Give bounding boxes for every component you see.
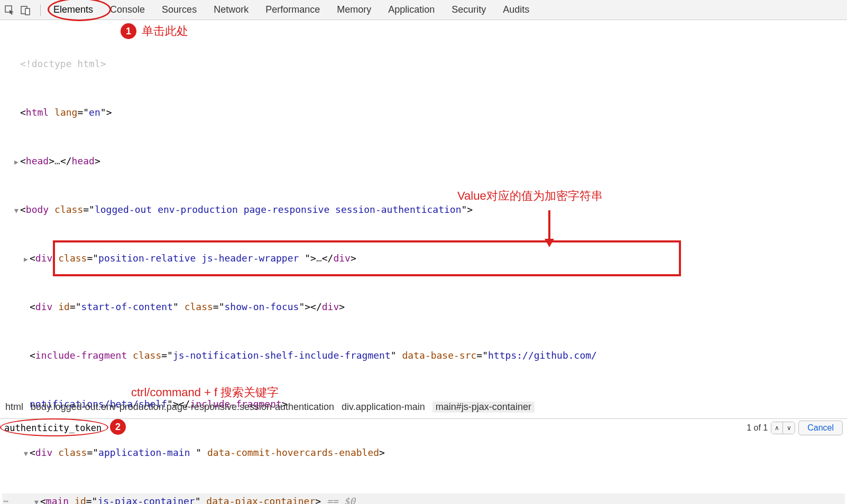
breadcrumb-item-selected[interactable]: main#js-pjax-container: [432, 402, 535, 413]
search-updown: ∧ ∨: [771, 422, 795, 434]
dom-include-fragment[interactable]: <include-fragment class="js-notification…: [2, 348, 845, 365]
search-cancel-button[interactable]: Cancel: [798, 421, 843, 435]
search-prev-button[interactable]: ∧: [771, 422, 783, 434]
dom-doctype[interactable]: <!doctype html>: [2, 56, 845, 73]
inspect-icon[interactable]: [4, 5, 15, 15]
divider: [40, 4, 41, 16]
search-next-button[interactable]: ∨: [783, 422, 795, 434]
tab-performance[interactable]: Performance: [257, 1, 328, 18]
annotation-text-1: 单击此处: [142, 23, 188, 39]
dom-head[interactable]: <head>…</head>: [2, 153, 845, 170]
dom-body[interactable]: <body class="logged-out env-production p…: [2, 202, 845, 219]
search-bar: 1 of 1 ∧ ∨ Cancel: [0, 418, 847, 436]
dom-application-main[interactable]: <div class="application-main " data-comm…: [2, 445, 845, 462]
search-count: 1 of 1: [747, 423, 768, 433]
tab-memory[interactable]: Memory: [328, 1, 380, 18]
tab-sources[interactable]: Sources: [153, 1, 205, 18]
devtools-toolbar: Elements Console Sources Network Perform…: [0, 0, 847, 20]
dom-header-wrapper[interactable]: <div class="position-relative js-header-…: [2, 250, 845, 267]
annotation-search-text: ctrl/command + f 搜索关键字: [131, 385, 279, 400]
breadcrumb-item[interactable]: body.logged-out.env-production.page-resp…: [31, 402, 334, 413]
tab-elements[interactable]: Elements: [45, 1, 102, 18]
tab-security[interactable]: Security: [443, 1, 494, 18]
tab-console[interactable]: Console: [102, 1, 153, 18]
dom-start-of-content[interactable]: <div id="start-of-content" class="show-o…: [2, 299, 845, 316]
elements-breadcrumb: html body.logged-out.env-production.page…: [5, 402, 535, 413]
annotation-value-text: Value对应的值为加密字符串: [457, 188, 603, 204]
breadcrumb-item[interactable]: html: [5, 402, 23, 413]
annotation-badge-1: 1: [121, 23, 136, 39]
tab-application[interactable]: Application: [380, 1, 443, 18]
dom-html[interactable]: <html lang="en">: [2, 105, 845, 122]
tab-audits[interactable]: Audits: [494, 1, 538, 18]
tab-network[interactable]: Network: [205, 1, 257, 18]
device-icon[interactable]: [20, 5, 31, 15]
svg-rect-2: [25, 8, 30, 15]
dom-main-selected[interactable]: ⋯<main id="js-pjax-container" data-pjax-…: [2, 493, 845, 504]
annotation-badge-2: 2: [110, 419, 126, 435]
breadcrumb-item[interactable]: div.application-main: [342, 402, 425, 413]
